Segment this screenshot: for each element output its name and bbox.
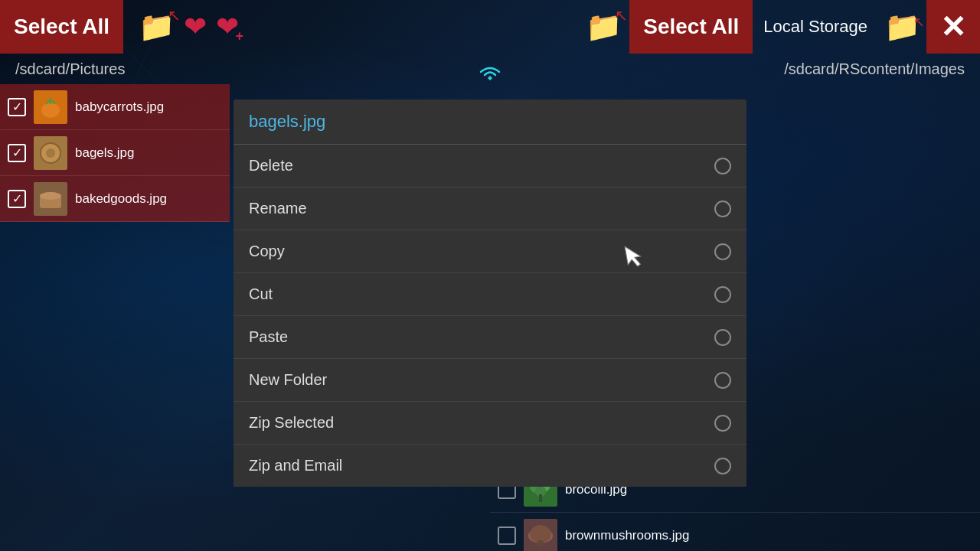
copy-radio xyxy=(714,243,731,260)
cut-radio xyxy=(714,286,731,303)
left-path-bar: /sdcard/Pictures xyxy=(0,54,490,84)
right-path-bar: /sdcard/RScontent/Images xyxy=(490,54,980,84)
zip-selected-radio xyxy=(714,415,731,432)
file-thumbnail xyxy=(34,182,67,216)
list-item[interactable]: ✓ babycarrots.jpg xyxy=(0,84,230,130)
file-checkbox[interactable]: ✓ xyxy=(8,190,26,208)
local-storage-folder-icon[interactable]: 📁 ↖ xyxy=(878,10,926,44)
heart-add-icon[interactable]: ❤ + xyxy=(216,11,239,43)
delete-label: Delete xyxy=(249,157,293,174)
file-checkbox[interactable]: ✓ xyxy=(8,98,26,116)
svg-rect-31 xyxy=(539,494,542,502)
rename-radio xyxy=(714,201,731,217)
right-path-text: /sdcard/RScontent/Images xyxy=(784,60,965,78)
context-menu-new-folder[interactable]: New Folder xyxy=(234,359,746,402)
file-checkbox[interactable] xyxy=(498,527,516,545)
delete-radio xyxy=(714,158,731,174)
select-all-right-button[interactable]: Select All xyxy=(629,0,753,54)
list-item[interactable]: ✓ bagels.jpg xyxy=(0,130,230,176)
file-thumbnail xyxy=(34,136,67,170)
context-menu-zip-email[interactable]: Zip and Email xyxy=(234,445,746,487)
list-item[interactable]: ✓ bakedgoods.jpg xyxy=(0,176,230,222)
context-menu-paste[interactable]: Paste xyxy=(234,316,746,359)
toolbar-icons-left: 📁 ↖ ❤ ❤ + xyxy=(123,10,384,44)
file-thumbnail xyxy=(524,519,557,552)
context-menu-zip-selected[interactable]: Zip Selected xyxy=(234,402,746,445)
file-name: babycarrots.jpg xyxy=(75,99,164,115)
toolbar-icons-right: 📁 ↖ xyxy=(384,10,630,44)
file-checkbox[interactable]: ✓ xyxy=(8,144,26,162)
zip-email-label: Zip and Email xyxy=(249,457,342,474)
rename-label: Rename xyxy=(249,200,307,217)
svg-point-23 xyxy=(46,148,55,158)
file-name: bagels.jpg xyxy=(75,145,135,161)
copy-label: Copy xyxy=(249,243,285,260)
cut-label: Cut xyxy=(249,285,273,303)
wifi-icon xyxy=(475,61,505,90)
heart-icon[interactable]: ❤ xyxy=(184,11,207,43)
file-name: brownmushrooms.jpg xyxy=(565,528,690,543)
paste-label: Paste xyxy=(249,328,288,346)
local-storage-button[interactable]: Local Storage xyxy=(753,0,878,54)
context-menu: bagels.jpg Delete Rename Copy Cut Paste … xyxy=(234,99,746,487)
file-name: bakedgoods.jpg xyxy=(75,191,167,207)
folder-move-right-icon[interactable]: 📁 ↖ xyxy=(586,10,622,44)
list-item[interactable]: brownmushrooms.jpg xyxy=(490,513,980,551)
paste-radio xyxy=(714,329,731,346)
context-menu-title: bagels.jpg xyxy=(234,99,746,145)
svg-rect-35 xyxy=(537,540,544,546)
close-button[interactable]: ✕ xyxy=(926,0,980,54)
context-menu-copy[interactable]: Copy xyxy=(234,230,746,273)
toolbar: Select All 📁 ↖ ❤ ❤ + 📁 ↖ Select All xyxy=(0,0,980,54)
zip-email-radio xyxy=(714,458,731,474)
zip-selected-label: Zip Selected xyxy=(249,414,334,432)
file-thumbnail xyxy=(34,90,67,124)
left-path-text: /sdcard/Pictures xyxy=(15,60,125,78)
context-menu-rename[interactable]: Rename xyxy=(234,187,746,230)
folder-move-icon[interactable]: 📁 ↖ xyxy=(139,10,175,44)
context-menu-delete[interactable]: Delete xyxy=(234,145,746,187)
new-folder-label: New Folder xyxy=(249,371,327,389)
context-menu-cut[interactable]: Cut xyxy=(234,273,746,316)
svg-point-26 xyxy=(40,192,61,200)
svg-point-19 xyxy=(41,103,60,118)
left-file-panel: ✓ babycarrots.jpg ✓ bagels.jpg ✓ xyxy=(0,84,230,551)
new-folder-radio xyxy=(714,372,731,389)
select-all-left-button[interactable]: Select All xyxy=(0,0,123,54)
